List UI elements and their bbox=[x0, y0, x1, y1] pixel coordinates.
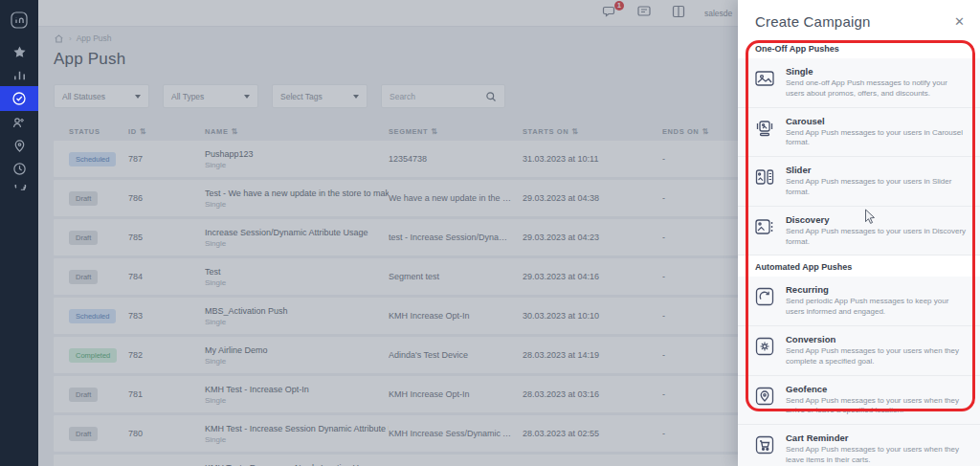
slider-icon bbox=[753, 166, 776, 189]
panel-section-header: One-Off App Pushes bbox=[738, 37, 980, 58]
option-description: Send App Push messages to your users whe… bbox=[786, 396, 967, 417]
sidebar-item-sync[interactable] bbox=[0, 180, 38, 203]
sidebar-item-campaigns[interactable] bbox=[0, 86, 38, 111]
option-description: Send one-off App Push messages to notify… bbox=[786, 78, 967, 100]
sidebar-item-geo[interactable] bbox=[0, 134, 38, 157]
option-title: Cart Reminder bbox=[786, 433, 967, 443]
conversion-icon bbox=[753, 335, 776, 358]
sidebar bbox=[0, 0, 38, 466]
geofence-icon bbox=[753, 385, 776, 408]
sidebar-item-history[interactable] bbox=[0, 157, 38, 180]
close-icon[interactable]: ✕ bbox=[954, 15, 965, 28]
option-title: Recurring bbox=[786, 284, 967, 295]
campaign-type-option-geofence[interactable]: Geofence Send App Push messages to your … bbox=[738, 376, 980, 426]
campaign-type-option-carousel[interactable]: Carousel Send App Push messages to your … bbox=[738, 108, 980, 158]
sidebar-item-analytics[interactable] bbox=[0, 63, 38, 86]
option-title: Discovery bbox=[786, 214, 967, 225]
clock-icon bbox=[12, 162, 27, 176]
pin-icon bbox=[12, 139, 27, 153]
option-title: Geofence bbox=[786, 384, 967, 394]
bar-chart-icon bbox=[12, 68, 27, 82]
campaign-type-option-recurring[interactable]: Recurring Send periodic App Push message… bbox=[738, 277, 980, 326]
option-title: Slider bbox=[786, 165, 967, 175]
campaign-type-option-cart-reminder[interactable]: Cart Reminder Send App Push messages to … bbox=[738, 425, 980, 466]
campaign-type-option-single[interactable]: Single Send one-off App Push messages to… bbox=[738, 58, 980, 108]
campaign-type-option-slider[interactable]: Slider Send App Push messages to your us… bbox=[738, 157, 980, 207]
campaign-type-option-conversion[interactable]: Conversion Send App Push messages to you… bbox=[738, 326, 980, 376]
people-icon bbox=[11, 115, 27, 130]
campaign-type-option-discovery[interactable]: Discovery Send App Push messages to your… bbox=[738, 207, 980, 256]
option-title: Conversion bbox=[786, 334, 967, 344]
option-description: Send App Push messages to your users in … bbox=[786, 128, 967, 149]
cart-reminder-icon bbox=[753, 433, 776, 456]
recurring-icon bbox=[753, 285, 776, 308]
sidebar-item-audience[interactable] bbox=[0, 111, 38, 134]
option-title: Carousel bbox=[786, 116, 967, 126]
option-description: Send App Push messages to your users whe… bbox=[786, 445, 967, 466]
option-description: Send App Push messages to your users whe… bbox=[786, 346, 967, 367]
panel-title: Create Campaign bbox=[755, 13, 871, 30]
create-campaign-panel: Create Campaign ✕ One-Off App Pushes Sin… bbox=[738, 0, 980, 466]
option-title: Single bbox=[786, 66, 967, 77]
sidebar-item-favorites[interactable] bbox=[0, 40, 38, 63]
option-description: Send App Push messages to your users in … bbox=[786, 177, 967, 198]
discovery-icon bbox=[753, 215, 776, 238]
single-icon bbox=[753, 67, 776, 90]
carousel-icon bbox=[753, 117, 776, 140]
star-icon bbox=[12, 45, 27, 59]
app-logo[interactable] bbox=[0, 8, 38, 33]
option-description: Send App Push messages to your users in … bbox=[786, 227, 967, 248]
panel-section-header: Automated App Pushes bbox=[738, 255, 980, 277]
compass-check-icon bbox=[11, 91, 27, 106]
refresh-icon bbox=[12, 185, 27, 199]
option-description: Send periodic App Push messages to keep … bbox=[786, 297, 967, 318]
